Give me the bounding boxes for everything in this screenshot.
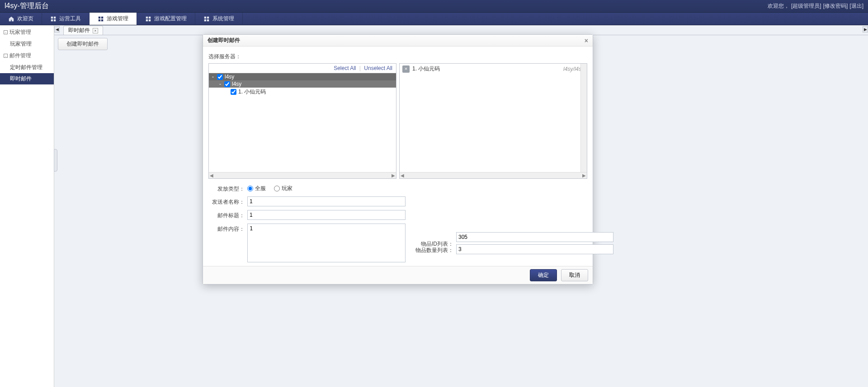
nav-label: 游戏配置管理 [154, 15, 187, 23]
tree-row-child[interactable]: - l4sy [209, 80, 396, 88]
tree-toggle-icon[interactable]: - [211, 74, 215, 80]
app-title: l4sy-管理后台 [5, 1, 768, 11]
svg-rect-11 [149, 19, 151, 21]
nav-tab-system[interactable]: 系统管理 [195, 13, 243, 25]
tree-row-leaf[interactable]: 1. 小仙元码 [209, 88, 396, 96]
grid-icon [145, 16, 151, 22]
dialog-footer: 确定 取消 [203, 266, 593, 284]
svg-rect-14 [204, 19, 206, 21]
radio-player[interactable]: 玩家 [274, 185, 292, 192]
svg-rect-5 [101, 16, 103, 18]
content-area: ◀ ▶ 即时邮件 × 创建即时邮件 创建即时邮件 × 选择服务器： Sel [54, 25, 868, 387]
nav-tab-config[interactable]: 游戏配置管理 [137, 13, 195, 25]
scrollbar-horizontal[interactable]: ◀▶ [209, 172, 396, 178]
sidebar-collapse-handle[interactable] [54, 149, 57, 172]
svg-rect-10 [146, 19, 148, 21]
sender-label: 发送者名称： [208, 196, 245, 206]
close-icon[interactable]: × [93, 28, 98, 33]
tree-checkbox[interactable] [217, 74, 223, 80]
item-qty-label: 物品数量列表： [411, 245, 453, 254]
radio-all-server[interactable]: 全服 [247, 185, 266, 192]
sidebar-group-mail[interactable]: - 邮件管理 [0, 50, 54, 62]
svg-rect-15 [207, 19, 209, 21]
tree-row-root[interactable]: - l4sy [209, 73, 396, 80]
tree-node-label: l4sy [225, 74, 234, 80]
sidebar-item-scheduled-mail[interactable]: 定时邮件管理 [0, 62, 54, 73]
selected-server-label: 1. 小仙元码 [412, 65, 440, 73]
unselect-all-link[interactable]: Unselect All [364, 65, 392, 71]
select-all-link[interactable]: Select All [334, 65, 356, 71]
nav-label: 游戏管理 [107, 15, 128, 23]
tree-node-label: 1. 小仙元码 [238, 88, 266, 96]
svg-rect-12 [204, 16, 206, 18]
change-password-link[interactable]: [修改密码] [823, 2, 848, 10]
svg-rect-13 [207, 16, 209, 18]
sub-tab-label: 即时邮件 [68, 27, 90, 34]
sidebar: - 玩家管理 玩家管理 - 邮件管理 定时邮件管理 即时邮件 [0, 25, 54, 387]
header-bar: l4sy-管理后台 欢迎您， [超级管理员] [修改密码] [退出] [0, 0, 868, 13]
item-qty-input[interactable] [456, 244, 613, 254]
send-type-label: 发放类型： [208, 183, 245, 193]
scrollbar-horizontal[interactable]: ◀▶ [400, 172, 587, 178]
svg-rect-3 [54, 19, 56, 21]
svg-rect-9 [149, 16, 151, 18]
select-server-label: 选择服务器： [208, 53, 587, 61]
nav-label: 运营工具 [59, 15, 81, 23]
nav-tab-ops[interactable]: 运营工具 [42, 13, 90, 25]
cancel-button[interactable]: 取消 [561, 269, 588, 281]
content-label: 邮件内容： [208, 224, 245, 233]
create-mail-dialog: 创建即时邮件 × 选择服务器： Select All | Unselect Al… [203, 34, 593, 284]
remove-icon[interactable]: × [402, 65, 410, 73]
nav-tab-welcome[interactable]: 欢迎页 [0, 13, 42, 25]
mail-content-input[interactable] [247, 224, 406, 262]
sidebar-item-instant-mail[interactable]: 即时邮件 [0, 73, 54, 84]
ok-button[interactable]: 确定 [530, 269, 557, 281]
create-instant-mail-button[interactable]: 创建即时邮件 [58, 38, 108, 50]
tree-checkbox[interactable] [231, 89, 236, 95]
nav-label: 欢迎页 [17, 15, 33, 23]
dialog-title: 创建即时邮件 [208, 37, 240, 44]
mail-title-input[interactable] [247, 210, 406, 220]
mail-title-label: 邮件标题： [208, 210, 245, 219]
sidebar-group-label: 邮件管理 [9, 52, 31, 60]
collapse-icon[interactable]: - [4, 30, 8, 34]
sender-input[interactable] [247, 196, 406, 206]
svg-rect-2 [51, 19, 53, 21]
header-right: 欢迎您， [超级管理员] [修改密码] [退出] [768, 2, 863, 10]
scrollbar-vertical[interactable] [580, 64, 587, 172]
tree-actions: Select All | Unselect All [209, 64, 396, 73]
svg-rect-8 [146, 16, 148, 18]
tabs-scroll-right[interactable]: ▶ [863, 26, 868, 33]
user-role-link[interactable]: [超级管理员] [791, 2, 821, 10]
tree-checkbox[interactable] [224, 81, 230, 87]
svg-rect-7 [101, 19, 103, 21]
home-icon [8, 16, 14, 22]
nav-label: 系统管理 [212, 15, 234, 23]
welcome-text: 欢迎您， [768, 2, 789, 10]
logout-link[interactable]: [退出] [849, 2, 863, 10]
tree-toggle-icon[interactable]: - [218, 81, 222, 87]
item-id-input[interactable] [456, 232, 613, 242]
dialog-header[interactable]: 创建即时邮件 × [203, 35, 593, 47]
sidebar-group-label: 玩家管理 [9, 28, 31, 36]
nav-tab-game[interactable]: 游戏管理 [90, 13, 137, 25]
close-icon[interactable]: × [585, 37, 588, 44]
tabs-scroll-left[interactable]: ◀ [54, 26, 60, 33]
svg-rect-6 [99, 19, 100, 21]
sub-tab-instant-mail[interactable]: 即时邮件 × [63, 26, 103, 35]
sidebar-item-player-mgmt[interactable]: 玩家管理 [0, 38, 54, 50]
selected-servers-panel: × 1. 小仙元码 l4sy/l4sy ◀▶ [399, 63, 587, 179]
svg-rect-1 [54, 16, 56, 18]
grid-icon [203, 16, 210, 22]
tree-node-label: l4sy [232, 81, 241, 87]
server-tree-panel: Select All | Unselect All - l4sy - [208, 63, 396, 179]
svg-rect-4 [99, 16, 100, 18]
svg-rect-0 [51, 16, 53, 18]
sidebar-group-player[interactable]: - 玩家管理 [0, 26, 54, 38]
server-tree: - l4sy - l4sy 1. 小仙元码 [209, 73, 396, 172]
sub-tab-bar: 即时邮件 × [54, 25, 868, 35]
collapse-icon[interactable]: - [4, 54, 8, 58]
main-nav: 欢迎页 运营工具 游戏管理 游戏配置管理 系统管理 [0, 13, 868, 25]
grid-icon [50, 16, 57, 22]
grid-icon [98, 16, 104, 22]
